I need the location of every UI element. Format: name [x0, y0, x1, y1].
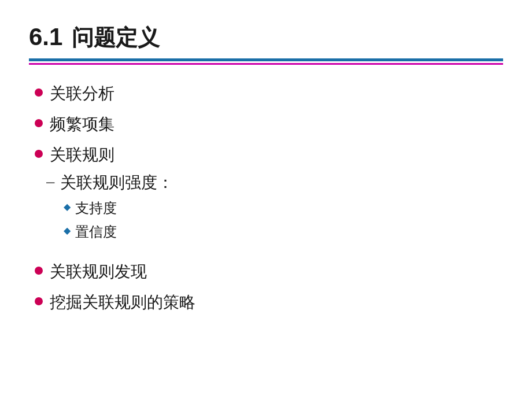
bullet-dot-icon [35, 119, 43, 127]
title-number: 6.1 [29, 23, 62, 51]
bullet-dot-icon [35, 88, 43, 97]
list-item: 频繁项集 [35, 113, 503, 135]
bullet-text: 挖掘关联规则的策略 [50, 291, 195, 313]
pink-divider [29, 63, 503, 65]
list-item: 关联分析 [35, 82, 503, 105]
slide-container: 6.1 问题定义 关联分析 频繁项集 关联规则 [0, 0, 532, 399]
bullet-dot-icon [35, 150, 43, 158]
bullet-dot-icon [35, 297, 43, 305]
subsub-text: 支持度 [75, 198, 117, 218]
list-item: 关联规则发现 [35, 260, 503, 283]
bullet-text: 关联规则发现 [50, 260, 147, 283]
divider-container [29, 58, 503, 65]
bullet-dot-icon [35, 267, 43, 275]
diamond-icon: ◆ [64, 224, 71, 237]
title-text: 问题定义 [72, 23, 160, 53]
slide-title: 6.1 问题定义 [29, 23, 503, 53]
list-item: ◆ 支持度 [64, 198, 117, 218]
sub-bullet-list: – 关联规则强度： ◆ 支持度 ◆ 置信度 [46, 171, 173, 252]
bullet-text: 关联规则 [50, 143, 114, 166]
bullet-text: 关联分析 [50, 82, 114, 105]
content-area: 关联分析 频繁项集 关联规则 – 关联规则强度： [29, 82, 503, 313]
list-item: ◆ 置信度 [64, 222, 117, 242]
diamond-icon: ◆ [64, 201, 71, 213]
list-item: 挖掘关联规则的策略 [35, 291, 503, 313]
main-bullet-list: 关联分析 频繁项集 关联规则 – 关联规则强度： [35, 82, 503, 313]
blue-divider [29, 58, 503, 61]
subsub-bullet-list: ◆ 支持度 ◆ 置信度 [64, 198, 117, 246]
list-item: – 关联规则强度： ◆ 支持度 ◆ 置信度 [46, 171, 173, 246]
sub-text: 关联规则强度： [60, 171, 173, 194]
subsub-text: 置信度 [75, 222, 117, 242]
list-item: 关联规则 – 关联规则强度： ◆ 支持度 [35, 143, 503, 252]
bullet-text: 频繁项集 [50, 113, 114, 135]
sub-dash-icon: – [46, 171, 54, 192]
title-area: 6.1 问题定义 [29, 23, 503, 53]
